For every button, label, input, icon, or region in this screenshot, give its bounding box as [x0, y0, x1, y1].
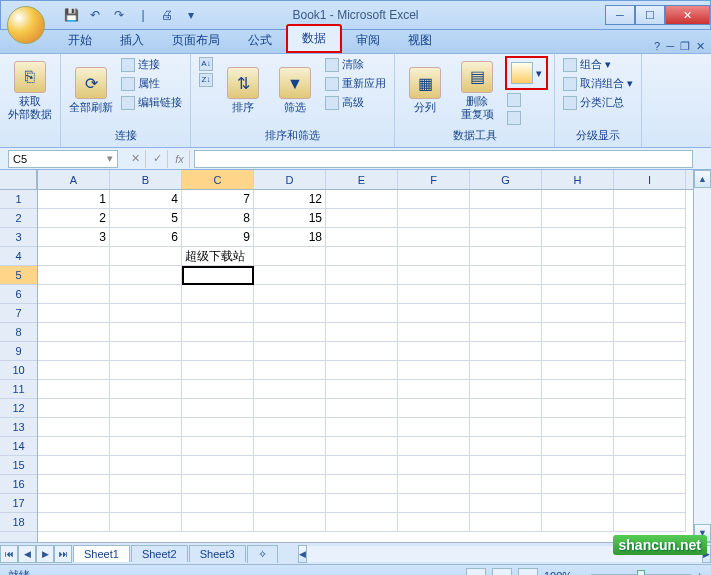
cell-D6[interactable] — [254, 285, 326, 304]
row-header-17[interactable]: 17 — [0, 494, 37, 513]
row-header-11[interactable]: 11 — [0, 380, 37, 399]
cell-G8[interactable] — [470, 323, 542, 342]
cell-E1[interactable] — [326, 190, 398, 209]
cell-I4[interactable] — [614, 247, 686, 266]
cell-C13[interactable] — [182, 418, 254, 437]
sheet-nav-last-icon[interactable]: ⏭ — [54, 545, 72, 563]
sheet-nav-prev-icon[interactable]: ◀ — [18, 545, 36, 563]
cell-H13[interactable] — [542, 418, 614, 437]
row-header-1[interactable]: 1 — [0, 190, 37, 209]
row-header-5[interactable]: 5 — [0, 266, 37, 285]
cell-I12[interactable] — [614, 399, 686, 418]
advanced-button[interactable]: 高级 — [323, 94, 388, 111]
cell-C1[interactable]: 7 — [182, 190, 254, 209]
tab-page-layout[interactable]: 页面布局 — [158, 28, 234, 53]
cell-F14[interactable] — [398, 437, 470, 456]
row-header-15[interactable]: 15 — [0, 456, 37, 475]
cell-C9[interactable] — [182, 342, 254, 361]
cell-I6[interactable] — [614, 285, 686, 304]
cell-D13[interactable] — [254, 418, 326, 437]
cell-G3[interactable] — [470, 228, 542, 247]
edit-links-button[interactable]: 编辑链接 — [119, 94, 184, 111]
formula-input[interactable] — [194, 150, 693, 168]
cell-C4[interactable]: 超级下载站 — [182, 247, 254, 266]
cell-D14[interactable] — [254, 437, 326, 456]
what-if-button[interactable] — [505, 110, 548, 126]
cell-A18[interactable] — [38, 513, 110, 532]
cell-E7[interactable] — [326, 304, 398, 323]
properties-button[interactable]: 属性 — [119, 75, 184, 92]
cells-area[interactable]: 147122581536918超级下载站 — [38, 190, 693, 532]
cell-E15[interactable] — [326, 456, 398, 475]
cell-F11[interactable] — [398, 380, 470, 399]
cell-E14[interactable] — [326, 437, 398, 456]
cell-A14[interactable] — [38, 437, 110, 456]
filter-button[interactable]: ▼ 筛选 — [271, 56, 319, 126]
cell-H1[interactable] — [542, 190, 614, 209]
cell-A1[interactable]: 1 — [38, 190, 110, 209]
cell-G13[interactable] — [470, 418, 542, 437]
cell-B8[interactable] — [110, 323, 182, 342]
sheet-tab-1[interactable]: Sheet1 — [73, 545, 130, 562]
sort-button[interactable]: ⇅ 排序 — [219, 56, 267, 126]
cell-B4[interactable] — [110, 247, 182, 266]
cell-I9[interactable] — [614, 342, 686, 361]
cell-F12[interactable] — [398, 399, 470, 418]
column-header-G[interactable]: G — [470, 170, 542, 189]
cell-H14[interactable] — [542, 437, 614, 456]
cell-C3[interactable]: 9 — [182, 228, 254, 247]
cell-I2[interactable] — [614, 209, 686, 228]
cell-H15[interactable] — [542, 456, 614, 475]
scroll-left-icon[interactable]: ◀ — [298, 545, 307, 563]
redo-icon[interactable]: ↷ — [109, 5, 129, 25]
cell-B18[interactable] — [110, 513, 182, 532]
tab-review[interactable]: 审阅 — [342, 28, 394, 53]
cell-B17[interactable] — [110, 494, 182, 513]
normal-view-button[interactable] — [466, 568, 486, 576]
cell-F10[interactable] — [398, 361, 470, 380]
cell-D9[interactable] — [254, 342, 326, 361]
cell-I14[interactable] — [614, 437, 686, 456]
cell-D17[interactable] — [254, 494, 326, 513]
cell-E12[interactable] — [326, 399, 398, 418]
column-header-F[interactable]: F — [398, 170, 470, 189]
cell-B7[interactable] — [110, 304, 182, 323]
cell-E17[interactable] — [326, 494, 398, 513]
row-header-7[interactable]: 7 — [0, 304, 37, 323]
cell-G17[interactable] — [470, 494, 542, 513]
cell-H8[interactable] — [542, 323, 614, 342]
cell-E9[interactable] — [326, 342, 398, 361]
consolidate-button[interactable] — [505, 92, 548, 108]
cell-H2[interactable] — [542, 209, 614, 228]
tab-home[interactable]: 开始 — [54, 28, 106, 53]
cell-E5[interactable] — [326, 266, 398, 285]
cell-B11[interactable] — [110, 380, 182, 399]
print-icon[interactable]: 🖨 — [157, 5, 177, 25]
cell-F2[interactable] — [398, 209, 470, 228]
cell-H6[interactable] — [542, 285, 614, 304]
cell-D8[interactable] — [254, 323, 326, 342]
close-button[interactable]: ✕ — [665, 5, 710, 25]
cell-D11[interactable] — [254, 380, 326, 399]
cell-B5[interactable] — [110, 266, 182, 285]
cell-G9[interactable] — [470, 342, 542, 361]
cell-D7[interactable] — [254, 304, 326, 323]
cell-I10[interactable] — [614, 361, 686, 380]
cell-G6[interactable] — [470, 285, 542, 304]
sheet-tab-2[interactable]: Sheet2 — [131, 545, 188, 562]
cell-C7[interactable] — [182, 304, 254, 323]
column-header-I[interactable]: I — [614, 170, 686, 189]
cell-F3[interactable] — [398, 228, 470, 247]
zoom-in-button[interactable]: + — [697, 570, 703, 576]
maximize-button[interactable]: ☐ — [635, 5, 665, 25]
row-header-8[interactable]: 8 — [0, 323, 37, 342]
cell-A2[interactable]: 2 — [38, 209, 110, 228]
cell-D12[interactable] — [254, 399, 326, 418]
tab-data[interactable]: 数据 — [286, 24, 342, 53]
cell-A15[interactable] — [38, 456, 110, 475]
cell-I7[interactable] — [614, 304, 686, 323]
cell-F18[interactable] — [398, 513, 470, 532]
cell-G1[interactable] — [470, 190, 542, 209]
cell-G11[interactable] — [470, 380, 542, 399]
cell-F1[interactable] — [398, 190, 470, 209]
